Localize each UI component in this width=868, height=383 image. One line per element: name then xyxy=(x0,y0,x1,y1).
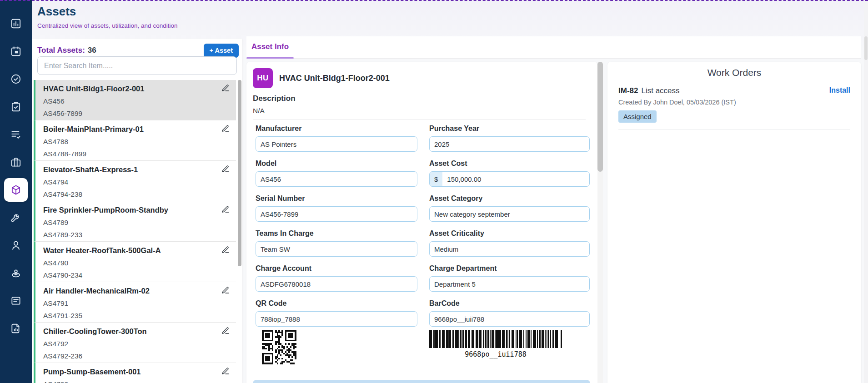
asset-name: HVAC Unit-Bldg1-Floor2-001 xyxy=(43,83,221,95)
asset-serial: AS4790-234 xyxy=(43,269,221,281)
asset-code: AS4790 xyxy=(43,257,221,269)
asset-list-item[interactable]: Elevator-ShaftA-Express-1AS4794AS4794-23… xyxy=(34,161,236,201)
asset-list-item[interactable]: HVAC Unit-Bldg1-Floor2-001AS456AS456-789… xyxy=(34,80,236,120)
asset-name: Elevator-ShaftA-Express-1 xyxy=(43,164,221,176)
sidebar-item-calendar[interactable] xyxy=(4,40,28,63)
sidebar-item-teams[interactable] xyxy=(4,261,28,285)
add-asset-button[interactable]: + Asset xyxy=(204,44,239,58)
main-scrollbar[interactable] xyxy=(597,62,603,383)
form-field: BarCode xyxy=(429,299,590,327)
edit-icon[interactable] xyxy=(221,124,230,133)
collapsed-section-bar[interactable] xyxy=(253,380,590,383)
field-label: Manufacturer xyxy=(256,124,417,134)
asset-code: AS4788 xyxy=(43,135,221,148)
page-scrollbar-thumb[interactable] xyxy=(864,36,868,60)
edit-icon[interactable] xyxy=(221,165,230,173)
edit-icon[interactable] xyxy=(221,246,230,254)
asset-serial: AS456-7899 xyxy=(43,107,221,119)
asset-list-item[interactable]: Fire Sprinkler-PumpRoom-StandbyAS4789AS4… xyxy=(34,201,236,242)
task-list-icon xyxy=(10,129,22,140)
asset-list-item[interactable]: Boiler-MainPlant-Primary-01AS4788AS4788-… xyxy=(34,120,236,161)
asset-code: AS4789 xyxy=(43,216,221,229)
tab-asset-info[interactable]: Asset Info xyxy=(246,36,294,57)
edit-icon[interactable] xyxy=(221,367,230,375)
field-input[interactable] xyxy=(256,277,417,291)
sidebar-item-users[interactable] xyxy=(4,234,28,257)
edit-icon[interactable] xyxy=(221,84,230,92)
qr-code-image xyxy=(262,330,296,364)
asset-name: Air Handler-MechanicalRm-02 xyxy=(43,285,221,297)
page-scrollbar[interactable] xyxy=(864,0,868,383)
main-scrollbar-thumb[interactable] xyxy=(597,62,603,172)
divider xyxy=(253,119,586,119)
sidebar-item-work-orders[interactable] xyxy=(4,95,28,119)
asset-fields-grid: ManufacturerPurchase YearModelAsset Cost… xyxy=(256,124,590,327)
check-circle-icon xyxy=(10,73,22,85)
asset-serial: AS4789-233 xyxy=(43,229,221,241)
field-input[interactable] xyxy=(430,277,589,291)
assets-panel: Total Assets:36 + Asset HVAC Unit-Bldg1-… xyxy=(32,39,242,383)
user-icon xyxy=(10,239,22,251)
field-input[interactable] xyxy=(442,172,589,186)
total-assets-label: Total Assets: xyxy=(37,46,85,55)
form-field: Charge Account xyxy=(256,264,417,292)
field-input[interactable] xyxy=(430,207,589,221)
field-label: Teams In Charge xyxy=(256,229,417,239)
asset-code: AS4794 xyxy=(43,176,221,188)
asset-name: Water Heater-RoofTank-500Gal-A xyxy=(43,244,221,257)
status-badge: Assigned xyxy=(618,110,657,123)
asset-list-item[interactable]: Chiller-CoolingTower-300TonAS4792AS4792-… xyxy=(34,323,236,363)
report-file-icon xyxy=(10,323,22,334)
form-field: Asset Criticality xyxy=(429,229,590,257)
field-input[interactable] xyxy=(256,312,417,326)
field-input[interactable] xyxy=(256,207,417,221)
field-label: Asset Category xyxy=(429,194,590,204)
asset-list-item[interactable]: Pump-Sump-Basement-001AS4793AS4793-237 xyxy=(34,363,236,383)
calendar-icon xyxy=(10,45,22,57)
sidebar-item-assets[interactable] xyxy=(4,178,28,202)
asset-list-scrollbar[interactable] xyxy=(238,80,241,266)
field-input[interactable] xyxy=(256,172,417,186)
total-assets-count: 36 xyxy=(88,46,96,55)
work-orders-title: Work Orders xyxy=(607,67,861,78)
edit-icon[interactable] xyxy=(221,327,230,335)
field-input[interactable] xyxy=(256,242,417,256)
sidebar-item-reports[interactable] xyxy=(4,317,28,340)
install-link[interactable]: Install xyxy=(829,86,850,95)
briefcase-icon xyxy=(10,156,22,168)
search-input[interactable] xyxy=(37,56,237,75)
field-input[interactable] xyxy=(430,312,589,326)
asset-name: Boiler-MainPlant-Primary-01 xyxy=(43,123,221,135)
sidebar-item-forms[interactable] xyxy=(4,289,28,313)
asset-list-item[interactable]: Water Heater-RoofTank-500Gal-AAS4790AS47… xyxy=(34,242,236,282)
sidebar-item-tasks[interactable] xyxy=(4,123,28,146)
field-label: Model xyxy=(256,159,417,169)
asset-name: Pump-Sump-Basement-001 xyxy=(43,366,221,378)
sidebar-item-approvals[interactable] xyxy=(4,67,28,91)
field-input[interactable] xyxy=(430,137,589,151)
field-input-box xyxy=(429,206,590,222)
asset-code: AS4791 xyxy=(43,297,221,309)
field-label: Charge Account xyxy=(256,264,417,274)
work-order-id: IM-82 xyxy=(618,86,638,95)
sidebar-item-inventory[interactable] xyxy=(4,150,28,174)
edit-icon[interactable] xyxy=(221,205,230,214)
edit-icon[interactable] xyxy=(221,286,230,294)
field-input-box xyxy=(429,136,590,152)
sidebar-item-dashboard[interactable] xyxy=(4,12,28,35)
asset-info-panel: HU HVAC Unit-Bldg1-Floor2-001 Descriptio… xyxy=(246,62,597,383)
field-input[interactable] xyxy=(256,137,417,151)
form-field: Purchase Year xyxy=(429,124,590,152)
field-label: Charge Department xyxy=(429,264,590,274)
form-icon xyxy=(10,295,22,307)
asset-serial: AS4788-7899 xyxy=(43,148,221,160)
asset-code: AS4792 xyxy=(43,338,221,350)
field-input-box xyxy=(256,241,417,257)
field-input-box: $ xyxy=(429,171,590,187)
asset-list-item[interactable]: Air Handler-MechanicalRm-02AS4791AS4791-… xyxy=(34,282,236,323)
asset-avatar: HU xyxy=(253,68,273,88)
field-label: BarCode xyxy=(429,299,590,308)
field-input[interactable] xyxy=(430,242,589,256)
form-field: Teams In Charge xyxy=(256,229,417,257)
sidebar-item-maintenance[interactable] xyxy=(4,206,28,229)
